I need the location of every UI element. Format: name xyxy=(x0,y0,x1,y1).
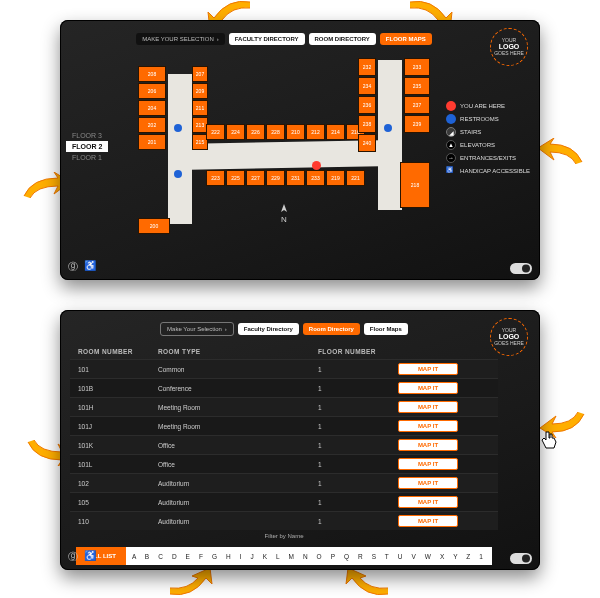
map-unit[interactable]: 231 xyxy=(286,170,305,186)
col-room-number[interactable]: ROOM NUMBER xyxy=(78,348,158,355)
cell-room-type: Office xyxy=(158,461,318,468)
map-unit[interactable]: 219 xyxy=(326,170,345,186)
table-row[interactable]: 101BConference1MAP IT xyxy=(70,378,498,397)
map-unit[interactable]: 234 xyxy=(358,77,376,95)
map-it-button[interactable]: MAP IT xyxy=(398,363,458,375)
map-unit[interactable]: 239 xyxy=(404,115,430,133)
floor-3-button[interactable]: FLOOR 3 xyxy=(66,130,108,141)
nav-bar: Make Your Selection Faculty Directory Ro… xyxy=(70,320,498,338)
map-it-button[interactable]: MAP IT xyxy=(398,401,458,413)
map-unit[interactable]: 211 xyxy=(192,100,208,116)
map-unit[interactable]: 238 xyxy=(358,115,376,133)
col-room-type[interactable]: ROOM TYPE xyxy=(158,348,318,355)
map-it-button[interactable]: MAP IT xyxy=(398,382,458,394)
cell-room-number: 101L xyxy=(78,461,158,468)
map-unit[interactable]: 222 xyxy=(206,124,225,140)
arrow-icon xyxy=(338,570,398,598)
floor-1-button[interactable]: FLOOR 1 xyxy=(66,152,108,163)
table-row[interactable]: 102Auditorium1MAP IT xyxy=(70,473,498,492)
restroom-marker xyxy=(384,118,392,136)
cell-room-number: 101H xyxy=(78,404,158,411)
map-unit[interactable]: 212 xyxy=(306,124,325,140)
map-unit[interactable]: 214 xyxy=(326,124,345,140)
map-unit[interactable]: 236 xyxy=(358,96,376,114)
map-unit[interactable]: 235 xyxy=(404,77,430,95)
map-unit[interactable]: 224 xyxy=(226,124,245,140)
map-unit[interactable]: 226 xyxy=(246,124,265,140)
table-row[interactable]: 101Common1MAP IT xyxy=(70,359,498,378)
map-unit[interactable]: 227 xyxy=(246,170,265,186)
map-unit[interactable]: 240 xyxy=(358,134,376,152)
map-unit[interactable]: 209 xyxy=(192,83,208,99)
cell-floor-number: 1 xyxy=(318,499,398,506)
cell-floor-number: 1 xyxy=(318,461,398,468)
arrow-icon xyxy=(540,138,588,168)
elevator-icon: ▲ xyxy=(446,140,456,150)
map-unit[interactable]: 221 xyxy=(346,170,365,186)
table-row[interactable]: 101KOffice1MAP IT xyxy=(70,435,498,454)
tab-room-directory[interactable]: Room Directory xyxy=(303,323,360,335)
stairs-icon: ◢ xyxy=(446,127,456,137)
table-row[interactable]: 110Auditorium1MAP IT xyxy=(70,511,498,530)
alphabet-strip[interactable]: A B C D E F G H I J K L M N O P Q R S T … xyxy=(126,547,492,565)
cell-floor-number: 1 xyxy=(318,423,398,430)
floor-plan[interactable]: 208206204202201 207209211213215 200 2222… xyxy=(134,54,434,234)
col-floor-number[interactable]: FLOOR NUMBER xyxy=(318,348,398,355)
map-unit[interactable]: 232 xyxy=(358,58,376,76)
language-icon[interactable]: ⓖ xyxy=(68,550,78,564)
map-unit[interactable]: 223 xyxy=(206,170,225,186)
accessibility-mode-icon[interactable]: ♿ xyxy=(84,550,96,564)
nav-prompt: MAKE YOUR SELECTION xyxy=(136,33,225,45)
cell-room-number: 110 xyxy=(78,518,158,525)
floor-selector: FLOOR 3 FLOOR 2 FLOOR 1 xyxy=(66,130,108,163)
cell-room-type: Meeting Room xyxy=(158,423,318,430)
cell-room-type: Office xyxy=(158,442,318,449)
logo-placeholder: YOURLOGOGOES HERE xyxy=(490,318,528,356)
map-unit[interactable]: 206 xyxy=(138,83,166,99)
map-unit[interactable]: 207 xyxy=(192,66,208,82)
map-unit[interactable]: 225 xyxy=(226,170,245,186)
map-unit[interactable]: 233 xyxy=(404,58,430,76)
cell-floor-number: 1 xyxy=(318,385,398,392)
map-it-button[interactable]: MAP IT xyxy=(398,477,458,489)
map-it-button[interactable]: MAP IT xyxy=(398,420,458,432)
map-it-button[interactable]: MAP IT xyxy=(398,439,458,451)
floor-2-button[interactable]: FLOOR 2 xyxy=(66,141,108,152)
language-icon[interactable]: ⓖ xyxy=(68,260,78,274)
cell-room-number: 101B xyxy=(78,385,158,392)
map-unit[interactable]: 204 xyxy=(138,100,166,116)
table-row[interactable]: 101HMeeting Room1MAP IT xyxy=(70,397,498,416)
map-unit[interactable]: 200 xyxy=(138,218,170,234)
cell-room-number: 101K xyxy=(78,442,158,449)
nav-prompt: Make Your Selection xyxy=(160,322,234,336)
kiosk-floor-map: MAKE YOUR SELECTION FACULTY DIRECTORY RO… xyxy=(60,20,540,280)
cell-room-number: 102 xyxy=(78,480,158,487)
map-unit[interactable]: 228 xyxy=(266,124,285,140)
map-it-button[interactable]: MAP IT xyxy=(398,496,458,508)
cell-room-number: 105 xyxy=(78,499,158,506)
tab-floor-maps[interactable]: Floor Maps xyxy=(364,323,408,335)
map-unit[interactable]: 237 xyxy=(404,96,430,114)
dark-mode-toggle[interactable] xyxy=(510,553,532,564)
map-unit[interactable]: 202 xyxy=(138,117,166,133)
cell-room-type: Conference xyxy=(158,385,318,392)
map-it-button[interactable]: MAP IT xyxy=(398,515,458,527)
map-it-button[interactable]: MAP IT xyxy=(398,458,458,470)
table-row[interactable]: 101LOffice1MAP IT xyxy=(70,454,498,473)
tab-room-directory[interactable]: ROOM DIRECTORY xyxy=(309,33,376,45)
tab-faculty-directory[interactable]: Faculty Directory xyxy=(238,323,299,335)
map-unit[interactable]: 208 xyxy=(138,66,166,82)
map-unit[interactable]: 218 xyxy=(400,162,430,208)
table-row[interactable]: 105Auditorium1MAP IT xyxy=(70,492,498,511)
cell-room-type: Auditorium xyxy=(158,499,318,506)
tab-floor-maps[interactable]: FLOOR MAPS xyxy=(380,33,432,45)
map-legend: YOU ARE HERE RESTROOMS ◢STAIRS ▲ELEVATOR… xyxy=(446,98,530,179)
map-unit[interactable]: 229 xyxy=(266,170,285,186)
accessibility-mode-icon[interactable]: ♿ xyxy=(84,260,96,274)
map-unit[interactable]: 210 xyxy=(286,124,305,140)
tab-faculty-directory[interactable]: FACULTY DIRECTORY xyxy=(229,33,305,45)
filter-caption: Filter by Name xyxy=(70,533,498,539)
map-unit[interactable]: 201 xyxy=(138,134,166,150)
dark-mode-toggle[interactable] xyxy=(510,263,532,274)
table-row[interactable]: 101JMeeting Room1MAP IT xyxy=(70,416,498,435)
